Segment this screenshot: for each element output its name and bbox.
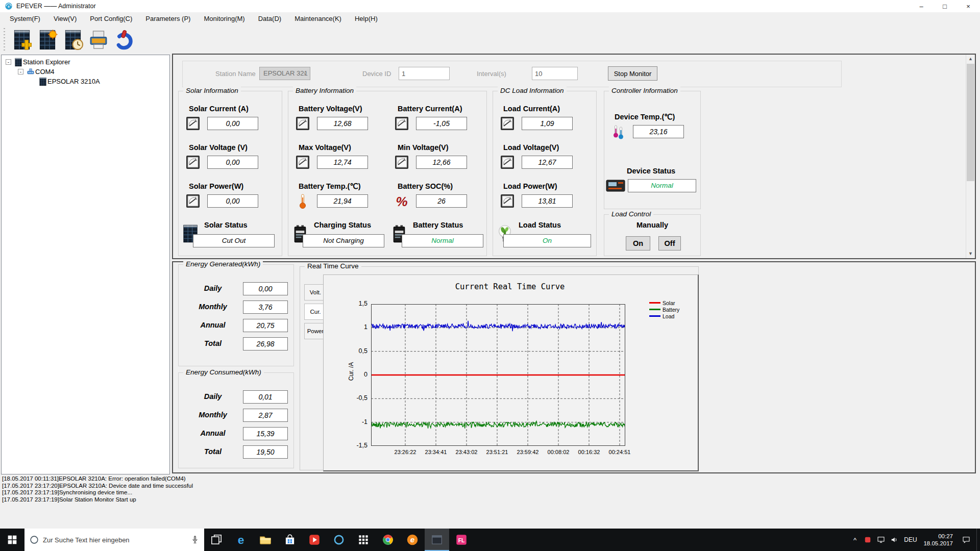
tree-item-com4[interactable]: -COM4 [2,67,169,77]
taskbar-search[interactable]: Zur Suche Text hier eingeben [24,529,204,551]
load-off-button[interactable]: Off [658,236,681,251]
energy-row-total: Total19,50 [179,445,293,461]
tree-item-station-explorer[interactable]: -Station Explorer [2,57,169,67]
energy-row-daily: Daily0,01 [179,390,293,406]
menu-help-h[interactable]: Help(H) [348,12,384,26]
energy-value: 0,01 [243,390,288,404]
menu-system-f[interactable]: System(F) [3,12,47,26]
solar-panel-sun-icon [37,29,58,51]
print-button[interactable] [86,27,111,53]
edge-icon [234,533,248,546]
x-tick-label: 23:51:21 [480,449,514,455]
metric-row: 1,09 [493,115,592,134]
edge-taskbar-button[interactable] [229,529,253,551]
status-charging-status: Charging StatusNot Charging [288,220,387,253]
printer-icon [88,29,109,51]
energy-label: Daily [186,284,240,292]
store-taskbar-button[interactable] [278,529,302,551]
dc-load-information-group: DC Load Information Load Current(A)1,09 … [493,91,597,256]
media-player-icon [308,533,321,546]
menu-data-d[interactable]: Data(D) [252,12,288,26]
toolbar-grip [4,28,5,52]
tree-item-label: COM4 [35,68,55,76]
device-id-input[interactable] [399,67,450,80]
filmora-taskbar-button[interactable] [449,529,474,551]
energy-row-annual: Annual15,39 [179,427,293,442]
chart-title: Current Real Time Curve [410,282,609,291]
meter-icon [185,154,201,170]
tray-monitor-icon[interactable] [874,529,888,551]
media-player-taskbar-button[interactable] [302,529,327,551]
metric-value: 1,09 [522,117,573,130]
metric-battery-voltage-v: Battery Voltage(V)12,68 [288,105,387,134]
y-tick-label: 0,5 [344,347,368,355]
file-explorer-taskbar-button[interactable] [253,529,278,551]
close-button[interactable]: × [957,0,980,12]
app-grid-taskbar-button[interactable] [351,529,376,551]
scroll-down-arrow[interactable]: ▼ [966,249,975,258]
taskbar-date: 18.05.2017 [923,540,953,547]
metric-value: 0,00 [207,194,258,208]
start-button[interactable] [0,529,24,551]
tree-item-epsolar-3210a[interactable]: EPSOLAR 3210A [2,77,169,86]
x-tick-label: 00:24:51 [603,449,636,455]
microphone-icon[interactable] [190,535,200,545]
status-label: Solar Status [204,221,248,229]
hidden-icons-chevron[interactable]: ^ [849,529,861,551]
epever-taskbar-button[interactable] [400,529,425,551]
menu-port-config-c[interactable]: Port Config(C) [83,12,139,26]
epever-icon [406,533,419,546]
energy-value: 3,76 [243,300,288,314]
volume-icon[interactable] [888,529,901,551]
menu-monitoring-m[interactable]: Monitoring(M) [197,12,251,26]
stop-monitor-button[interactable]: Stop Monitor [608,66,657,81]
add-station-button[interactable] [9,27,35,53]
energy-label: Total [186,447,240,456]
tray-red-icon[interactable] [861,529,874,551]
solar-station-monitor-taskbar-button[interactable] [425,529,449,551]
filmora-icon [455,533,468,546]
load-control-group: Load Control Manually On Off [604,214,701,256]
metric-label: Device Temp.(℃) [604,113,703,121]
metric-value: 12,74 [317,156,368,169]
device-status-value: Normal [628,179,696,192]
menu-view-v[interactable]: View(V) [47,12,83,26]
load-on-button[interactable]: On [626,236,650,251]
minimize-button[interactable]: – [910,0,933,12]
screen: EPEVER —— Administrator – □ × System(F)V… [0,0,980,551]
exit-button[interactable] [111,27,137,53]
menu-maintenance-k[interactable]: Maintenance(K) [288,12,348,26]
metric-value: 13,81 [522,194,573,208]
solar-panel-icon [38,77,47,86]
metric-row: 12,66 [387,154,486,172]
show-desktop-button[interactable] [976,529,980,551]
monitor-station-button[interactable] [35,27,60,53]
interval-input[interactable] [532,67,578,80]
status-value: On [503,234,591,247]
battery-information-title: Battery Information [293,87,356,94]
task-view-taskbar-button[interactable] [204,529,229,551]
tree-item-label: EPSOLAR 3210A [47,78,100,85]
language-indicator[interactable]: DEU [901,529,920,551]
scrollbar-thumb[interactable] [967,64,974,181]
station-time-button[interactable] [60,27,86,53]
action-center-icon[interactable] [956,529,976,551]
x-tick-label: 23:26:22 [388,449,422,455]
status-label: Load Status [519,221,561,229]
cortana-taskbar-button[interactable] [327,529,351,551]
metric-value: 12,67 [522,156,573,169]
metric-label: Battery Voltage(V) [288,105,387,113]
tree-expander-icon[interactable]: - [6,59,11,65]
meter-icon [295,154,311,170]
scroll-up-arrow[interactable]: ▲ [966,55,975,63]
vertical-scrollbar[interactable]: ▲ ▼ [966,55,975,258]
chrome-taskbar-button[interactable] [376,529,400,551]
tree-expander-icon[interactable]: - [18,69,23,74]
percent-icon [394,193,410,209]
metric-label: Battery Current(A) [387,105,486,113]
metric-value: 0,00 [207,117,258,130]
station-name-select[interactable]: EPSOLAR 321∨ [259,67,310,80]
menu-parameters-p[interactable]: Parameters (P) [139,12,197,26]
maximize-button[interactable]: □ [933,0,957,12]
taskbar-clock[interactable]: 00:27 18.05.2017 [920,529,956,551]
